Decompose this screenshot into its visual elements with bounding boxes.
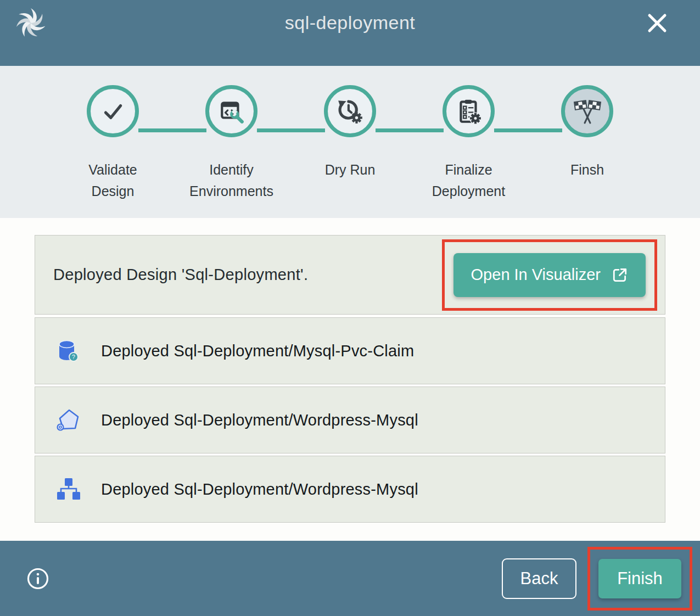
finish-button[interactable]: Finish: [598, 559, 681, 598]
step-label: Finalize Deployment: [424, 159, 513, 202]
close-icon[interactable]: [645, 11, 669, 35]
step-identify-environments: Identify Environments: [172, 85, 291, 202]
deployed-item-text: Deployed Sql-Deployment/Mysql-Pvc-Claim: [101, 342, 414, 360]
pentagon-icon: [55, 406, 82, 434]
deployed-item-row: ? Deployed Sql-Deployment/Mysql-Pvc-Clai…: [35, 317, 665, 384]
deploy-result-message: Deployed Design 'Sql-Deployment'.: [53, 266, 308, 284]
deployed-item-row: Deployed Sql-Deployment/Wordpress-Mysql: [35, 456, 665, 523]
dialog-footer: Back Finish: [0, 541, 700, 616]
clipboard-gear-icon: [455, 98, 483, 125]
step-finalize-deployment: Finalize Deployment: [410, 85, 528, 202]
deploy-result-row: Deployed Design 'Sql-Deployment'. Open I…: [35, 235, 665, 315]
step-label: Finsh: [543, 159, 632, 181]
database-icon: ?: [55, 337, 82, 365]
open-in-visualizer-label: Open In Visualizer: [471, 266, 601, 284]
code-wrench-icon: [218, 98, 245, 125]
step-validate-design: Validate Design: [54, 85, 172, 202]
step-label: Identify Environments: [187, 159, 276, 202]
dialog-header: sql-deployment: [0, 0, 700, 66]
step-label: Validate Design: [69, 159, 158, 202]
highlight-box-visualizer: Open In Visualizer: [442, 239, 657, 311]
stepper: Validate Design Identify Environments: [0, 85, 700, 202]
highlight-box-finish: Finish: [587, 547, 692, 611]
dialog-title: sql-deployment: [0, 12, 700, 33]
back-button[interactable]: Back: [502, 558, 576, 599]
deployed-item-row: Deployed Sql-Deployment/Wordpress-Mysql: [35, 387, 665, 453]
hierarchy-icon: [55, 475, 82, 503]
results-panel: Deployed Design 'Sql-Deployment'. Open I…: [0, 218, 700, 541]
gear: [351, 112, 362, 124]
open-in-visualizer-button[interactable]: Open In Visualizer: [453, 253, 646, 297]
step-dry-run: Dry Run: [291, 85, 410, 202]
step-finish: Finsh: [528, 85, 647, 202]
history-gear-icon: [337, 98, 364, 125]
info-icon[interactable]: [26, 567, 49, 590]
deployed-item-text: Deployed Sql-Deployment/Wordpress-Mysql: [101, 411, 418, 429]
step-label: Dry Run: [306, 159, 395, 181]
meshery-logo-icon: [14, 7, 47, 40]
stepper-section: Validate Design Identify Environments: [0, 66, 700, 218]
external-link-icon: [612, 267, 628, 283]
deployed-item-text: Deployed Sql-Deployment/Wordpress-Mysql: [101, 480, 418, 499]
check-icon: [99, 98, 127, 125]
svg-text:?: ?: [72, 354, 75, 360]
checkered-flags-icon: [573, 97, 602, 126]
